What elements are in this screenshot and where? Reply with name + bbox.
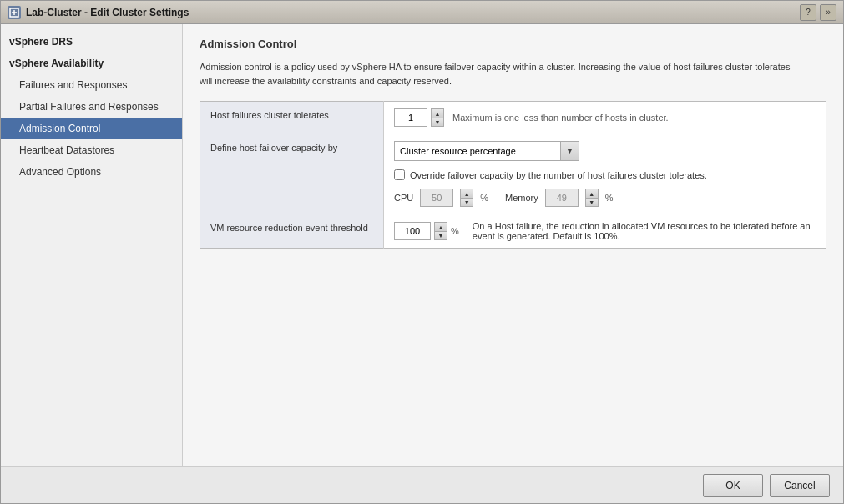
sidebar-item-heartbeat-datastores[interactable]: Heartbeat Datastores bbox=[1, 139, 182, 161]
ok-button[interactable]: OK bbox=[703, 474, 763, 497]
settings-table: Host failures cluster tolerates 1 ▲ ▼ Ma… bbox=[200, 101, 826, 249]
vm-resource-spinner-buttons: ▲ ▼ bbox=[434, 222, 447, 240]
host-failures-spinner-buttons: ▲ ▼ bbox=[431, 108, 444, 127]
host-failures-spinner-group: 1 ▲ ▼ Maximum is one less than number of… bbox=[394, 108, 816, 127]
memory-down-btn[interactable]: ▼ bbox=[585, 198, 599, 207]
main-content: vSphere DRS vSphere Availability Failure… bbox=[1, 24, 843, 466]
sidebar-item-admission-control[interactable]: Admission Control bbox=[1, 118, 182, 139]
override-checkbox-label: Override failover capacity by the number… bbox=[410, 170, 707, 180]
memory-label: Memory bbox=[505, 193, 538, 203]
sidebar-item-vsphere-drs[interactable]: vSphere DRS bbox=[1, 31, 182, 53]
vm-resource-input[interactable] bbox=[394, 222, 431, 240]
memory-pct-label: % bbox=[605, 193, 614, 203]
expand-button[interactable]: » bbox=[820, 4, 836, 21]
sidebar: vSphere DRS vSphere Availability Failure… bbox=[1, 24, 183, 466]
host-failures-label: Host failures cluster tolerates bbox=[200, 102, 384, 134]
cpu-down-btn[interactable]: ▼ bbox=[460, 198, 473, 207]
define-failover-value-cell: Cluster resource percentage ▼ Override f… bbox=[384, 134, 826, 214]
vm-resource-down-btn[interactable]: ▼ bbox=[434, 231, 447, 240]
window-title: Lab-Cluster - Edit Cluster Settings bbox=[26, 7, 189, 18]
host-failures-down-btn[interactable]: ▼ bbox=[431, 118, 444, 127]
title-bar-left: Lab-Cluster - Edit Cluster Settings bbox=[8, 6, 189, 19]
memory-input[interactable] bbox=[545, 189, 579, 207]
dropdown-arrow-icon[interactable]: ▼ bbox=[561, 141, 579, 161]
host-failures-value-cell: 1 ▲ ▼ Maximum is one less than number of… bbox=[384, 102, 826, 134]
sidebar-item-failures-and-responses[interactable]: Failures and Responses bbox=[1, 74, 182, 96]
vm-resource-desc: On a Host failure, the reduction in allo… bbox=[473, 221, 816, 241]
cpu-memory-row: CPU ▲ ▼ % Memory ▲ bbox=[394, 189, 816, 207]
title-bar-controls: ? » bbox=[800, 4, 836, 21]
description: Admission control is a policy used by vS… bbox=[200, 60, 801, 88]
table-row: Host failures cluster tolerates 1 ▲ ▼ Ma… bbox=[200, 102, 826, 134]
vm-resource-label: VM resource reduction event threshold bbox=[200, 214, 384, 249]
override-checkbox[interactable] bbox=[394, 169, 405, 180]
override-checkbox-row: Override failover capacity by the number… bbox=[394, 169, 816, 180]
memory-up-btn[interactable]: ▲ bbox=[585, 189, 599, 198]
sidebar-item-partial-failures[interactable]: Partial Failures and Responses bbox=[1, 96, 182, 118]
sidebar-item-advanced-options[interactable]: Advanced Options bbox=[1, 161, 182, 183]
cpu-up-btn[interactable]: ▲ bbox=[460, 189, 473, 198]
failover-capacity-select[interactable]: Cluster resource percentage bbox=[394, 141, 561, 161]
host-failures-up-btn[interactable]: ▲ bbox=[431, 108, 444, 118]
page-title: Admission Control bbox=[200, 38, 826, 50]
cpu-label: CPU bbox=[394, 193, 413, 203]
memory-spinner-buttons: ▲ ▼ bbox=[585, 189, 599, 207]
footer-bar: OK Cancel bbox=[1, 466, 843, 503]
vm-resource-up-btn[interactable]: ▲ bbox=[434, 222, 447, 231]
host-failures-hint: Maximum is one less than number of hosts… bbox=[452, 113, 669, 123]
title-bar: Lab-Cluster - Edit Cluster Settings ? » bbox=[1, 1, 843, 24]
table-row: Define host failover capacity by Cluster… bbox=[200, 134, 826, 214]
cancel-button[interactable]: Cancel bbox=[770, 474, 830, 497]
vm-resource-value-cell: ▲ ▼ % On a Host failure, the reduction i… bbox=[384, 214, 826, 249]
content-area: Admission Control Admission control is a… bbox=[183, 24, 843, 466]
app-icon bbox=[8, 6, 21, 19]
vm-resource-spinner-group: ▲ ▼ % On a Host failure, the reduction i… bbox=[394, 221, 816, 241]
failover-capacity-dropdown-group: Cluster resource percentage ▼ bbox=[394, 141, 816, 161]
sidebar-item-vsphere-availability[interactable]: vSphere Availability bbox=[1, 53, 182, 74]
window: Lab-Cluster - Edit Cluster Settings ? » … bbox=[0, 0, 844, 504]
table-row: VM resource reduction event threshold ▲ … bbox=[200, 214, 826, 249]
cpu-spinner-buttons: ▲ ▼ bbox=[460, 189, 473, 207]
cpu-input[interactable] bbox=[420, 189, 453, 207]
help-button[interactable]: ? bbox=[800, 4, 816, 21]
host-failures-input[interactable]: 1 bbox=[394, 108, 427, 127]
vm-resource-pct: % bbox=[451, 226, 459, 236]
define-failover-label: Define host failover capacity by bbox=[200, 134, 384, 214]
cpu-pct-label: % bbox=[480, 193, 488, 203]
